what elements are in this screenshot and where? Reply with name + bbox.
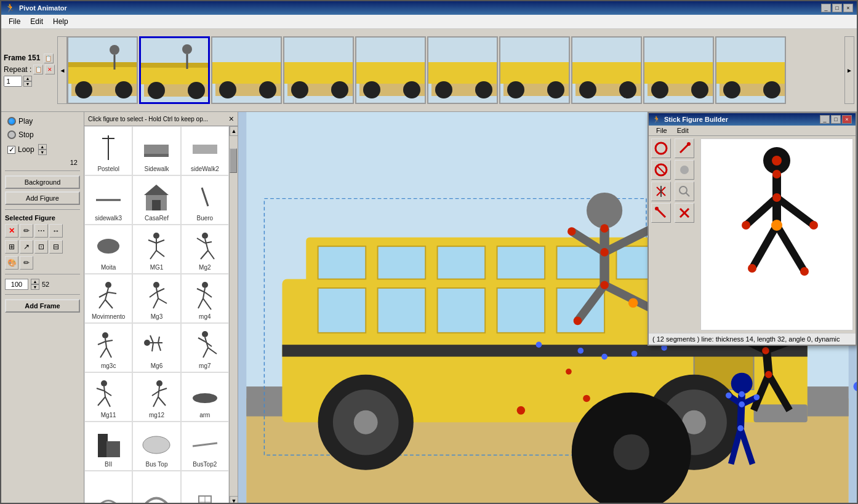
- svg-line-230: [777, 198, 814, 225]
- maximize-button[interactable]: □: [832, 4, 842, 12]
- figure-extra3[interactable]: [181, 471, 229, 504]
- sfb-tool-cross[interactable]: [675, 203, 694, 223]
- minimize-button[interactable]: _: [821, 4, 831, 12]
- svg-point-207: [631, 351, 638, 357]
- figure-bii[interactable]: BII: [84, 422, 132, 471]
- figure-buero[interactable]: Buero: [181, 175, 229, 225]
- loop-down[interactable]: ▼: [38, 150, 47, 155]
- close-button[interactable]: ×: [843, 4, 853, 12]
- figure-arm[interactable]: arm: [181, 372, 229, 422]
- sfb-figure-canvas[interactable]: [700, 138, 853, 330]
- svg-rect-156: [282, 345, 807, 356]
- figure-mg7[interactable]: mg7: [181, 323, 229, 372]
- frame-thumb-3[interactable]: [211, 36, 282, 104]
- figure-mg2[interactable]: Mg2: [181, 225, 229, 274]
- svg-point-236: [809, 221, 818, 230]
- sfb-menu-file[interactable]: File: [651, 126, 672, 135]
- paste-button[interactable]: ⊟: [49, 240, 63, 254]
- frame-thumb-2[interactable]: [139, 36, 210, 104]
- play-control[interactable]: Play: [5, 116, 80, 127]
- figure-mg1[interactable]: MG1: [132, 225, 180, 274]
- figure-mg3c[interactable]: mg3c: [84, 323, 132, 372]
- pencil-button[interactable]: ✏: [20, 256, 33, 270]
- copy-button[interactable]: ⊡: [34, 240, 48, 254]
- move-button[interactable]: ↗: [20, 240, 33, 254]
- repeat-up[interactable]: ▲: [23, 76, 32, 81]
- figure-mg12[interactable]: mg12: [132, 372, 180, 422]
- figure-mg3[interactable]: Mg3: [132, 274, 180, 323]
- repeat-input[interactable]: [4, 76, 22, 87]
- canvas-area[interactable]: BUS: [238, 112, 857, 504]
- app-window: 🏃 Pivot Animator _ □ × File Edit Help Fr…: [0, 0, 858, 504]
- frame-thumb-9[interactable]: [643, 36, 714, 104]
- more-button[interactable]: ⋯: [34, 224, 48, 238]
- frame-thumb-1[interactable]: [67, 36, 138, 104]
- zoom-input[interactable]: [5, 279, 28, 290]
- frame-copy-button[interactable]: 📋: [44, 54, 54, 63]
- figure-extra1[interactable]: [84, 471, 132, 504]
- scroll-down[interactable]: ▼: [230, 496, 238, 504]
- sfb-tool-dot[interactable]: [675, 160, 694, 180]
- loop-checkbox[interactable]: ✓: [7, 146, 15, 154]
- figure-sidewalk2[interactable]: sideWalk2: [181, 126, 229, 175]
- loop-control[interactable]: ✓ Loop ▲ ▼: [5, 143, 80, 156]
- scroll-up[interactable]: ▲: [230, 126, 238, 136]
- sfb-tool-resize[interactable]: [651, 182, 671, 201]
- sfb-maximize[interactable]: □: [831, 115, 841, 124]
- repeat-delete-button[interactable]: ✕: [45, 65, 55, 74]
- filmstrip-scroll-left[interactable]: ◄: [57, 36, 67, 104]
- repeat-copy-button[interactable]: 📋: [33, 65, 43, 74]
- sfb-minimize[interactable]: _: [820, 115, 830, 124]
- figure-mg6[interactable]: Mg6: [132, 323, 180, 372]
- frame-thumb-5[interactable]: [355, 36, 426, 104]
- frame-thumb-10[interactable]: [715, 36, 786, 104]
- figure-casaref[interactable]: CasaRef: [132, 175, 180, 225]
- color-button[interactable]: 🎨: [5, 256, 18, 270]
- figure-bustop[interactable]: Bus Top: [132, 422, 180, 471]
- figure-sidewalk[interactable]: Sidewalk: [132, 126, 180, 175]
- figure-moita[interactable]: Moita: [84, 225, 132, 274]
- sfb-menu-edit[interactable]: Edit: [672, 126, 694, 135]
- svg-rect-58: [144, 145, 169, 154]
- menu-edit[interactable]: Edit: [25, 16, 48, 27]
- figure-postelol[interactable]: Postelol: [84, 126, 132, 175]
- grid-button[interactable]: ⊞: [5, 240, 18, 254]
- frame-thumb-7[interactable]: [499, 36, 570, 104]
- delete-figure-button[interactable]: ✕: [5, 224, 18, 238]
- sfb-tool-zoom[interactable]: [675, 182, 694, 201]
- loop-up[interactable]: ▲: [38, 144, 47, 150]
- scroll-thumb[interactable]: [230, 148, 237, 173]
- svg-point-214: [687, 142, 691, 146]
- edit-figure-button[interactable]: ✏: [20, 224, 33, 238]
- menu-help[interactable]: Help: [48, 16, 73, 27]
- sfb-close[interactable]: ×: [842, 115, 852, 124]
- sfb-tool-delete[interactable]: [651, 203, 671, 223]
- svg-point-130: [143, 436, 170, 454]
- frame-thumb-6[interactable]: [427, 36, 498, 104]
- figure-sidewalk3[interactable]: sidewalk3: [84, 175, 132, 225]
- zoom-up[interactable]: ▲: [31, 279, 39, 284]
- sfb-tool-circle[interactable]: [651, 138, 671, 158]
- figure-panel-close[interactable]: ×: [229, 114, 234, 124]
- figure-movimnento[interactable]: Movimnento: [84, 274, 132, 323]
- stop-control[interactable]: Stop: [5, 129, 80, 140]
- frame-thumb-8[interactable]: [571, 36, 642, 104]
- background-button[interactable]: Background: [5, 175, 80, 189]
- filmstrip-scroll-right[interactable]: ►: [844, 36, 854, 104]
- svg-rect-64: [152, 200, 161, 210]
- frame-thumb-4[interactable]: [283, 36, 354, 104]
- sfb-tool-line[interactable]: [675, 138, 694, 158]
- svg-line-117: [97, 388, 104, 391]
- zoom-down[interactable]: ▼: [31, 284, 39, 290]
- flip-button[interactable]: ↔: [49, 224, 63, 238]
- repeat-down[interactable]: ▼: [23, 81, 32, 87]
- menu-file[interactable]: File: [4, 16, 25, 27]
- figure-extra2[interactable]: [132, 471, 180, 504]
- add-frame-button[interactable]: Add Frame: [5, 299, 80, 313]
- add-figure-button[interactable]: Add Figure: [5, 191, 80, 205]
- figure-mg4[interactable]: mg4: [181, 274, 229, 323]
- figure-scrollbar[interactable]: ▲ ▼: [229, 126, 238, 504]
- sfb-tool-no-circle[interactable]: [651, 160, 671, 180]
- figure-bustop2[interactable]: BusTop2: [181, 422, 229, 471]
- figure-mg11[interactable]: Mg11: [84, 372, 132, 422]
